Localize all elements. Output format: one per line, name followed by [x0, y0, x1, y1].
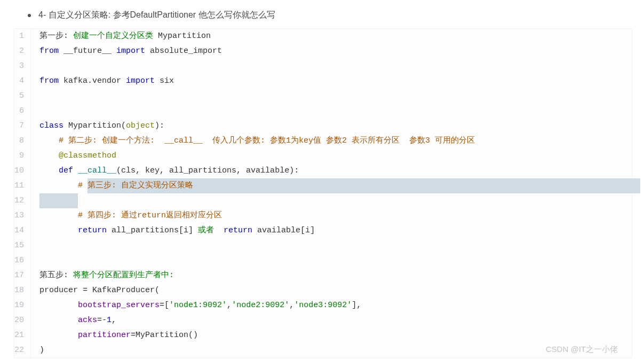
bullet-text: 4- 自定义分区策略: 参考DefaultPartitioner 他怎么写你就怎… [38, 10, 275, 21]
code-content: # 第四步: 通过return返回相对应分区 [31, 208, 632, 223]
code-content: @classmethod [31, 148, 632, 163]
code-line: 15 [14, 238, 632, 253]
code-content: ) [31, 343, 632, 358]
line-number: 8 [14, 134, 31, 148]
code-line: 1第一步: 创建一个自定义分区类 Mypartition [14, 29, 632, 44]
code-line: 4from kafka.vendor import six [14, 74, 632, 89]
line-number: 9 [14, 148, 31, 163]
code-line: 17第五步: 将整个分区配置到生产者中: [14, 268, 632, 283]
code-line: 11 # 第三步: 自定义实现分区策略 [14, 178, 632, 193]
code-content: def __call__(cls, key, all_partitions, a… [31, 163, 632, 178]
code-line: 16 [14, 253, 632, 268]
code-content: from kafka.vendor import six [31, 74, 632, 89]
line-number: 11 [14, 178, 31, 193]
line-number: 2 [14, 44, 31, 59]
code-line: 5 [14, 89, 632, 104]
line-number: 21 [14, 328, 31, 343]
code-content [31, 89, 632, 104]
line-number: 4 [14, 74, 31, 89]
code-line: 9 @classmethod [14, 148, 632, 163]
code-line: 20 acks=-1, [14, 313, 632, 328]
bullet-icon [28, 14, 31, 17]
code-line: 19 bootstrap_servers=['node1:9092','node… [14, 298, 632, 313]
code-block: 1第一步: 创建一个自定义分区类 Mypartition2from __futu… [14, 28, 632, 358]
line-number: 15 [14, 238, 31, 253]
code-line: 8 # 第二步: 创建一个方法: __call__ 传入几个参数: 参数1为ke… [14, 134, 632, 148]
line-number: 14 [14, 223, 31, 238]
code-table: 1第一步: 创建一个自定义分区类 Mypartition2from __futu… [14, 29, 632, 358]
code-content: partitioner=MyPartition() [31, 328, 632, 343]
line-number: 17 [14, 268, 31, 283]
line-number: 18 [14, 283, 31, 298]
code-content: return all_partitions[i] 或者 return avail… [31, 223, 632, 238]
code-line: 3 [14, 59, 632, 74]
line-number: 6 [14, 104, 31, 119]
code-content [31, 104, 632, 119]
code-content: # 第二步: 创建一个方法: __call__ 传入几个参数: 参数1为key值… [31, 134, 632, 148]
code-line: 18producer = KafkaProducer( [14, 283, 632, 298]
line-number: 20 [14, 313, 31, 328]
code-line: 21 partitioner=MyPartition() [14, 328, 632, 343]
line-number: 19 [14, 298, 31, 313]
code-content: # 第三步: 自定义实现分区策略 [31, 178, 640, 193]
code-content: 第一步: 创建一个自定义分区类 Mypartition [31, 29, 632, 44]
code-line: 10 def __call__(cls, key, all_partitions… [14, 163, 632, 178]
code-content: bootstrap_servers=['node1:9092','node2:9… [31, 298, 632, 313]
line-number: 3 [14, 59, 31, 74]
line-number: 12 [14, 193, 31, 208]
code-line: 13 # 第四步: 通过return返回相对应分区 [14, 208, 632, 223]
line-number: 22 [14, 343, 31, 358]
document-page: 4- 自定义分区策略: 参考DefaultPartitioner 他怎么写你就怎… [0, 0, 644, 358]
code-line: 2from __future__ import absolute_import [14, 44, 632, 59]
code-content [31, 253, 632, 268]
code-content: class Mypartition(object): [31, 119, 632, 134]
code-content: acks=-1, [31, 313, 632, 328]
code-content [31, 238, 632, 253]
line-number: 7 [14, 119, 31, 134]
line-number: 13 [14, 208, 31, 223]
code-line: 22) [14, 343, 632, 358]
line-number: 5 [14, 89, 31, 104]
code-content: from __future__ import absolute_import [31, 44, 632, 59]
code-content [31, 59, 632, 74]
line-number: 1 [14, 29, 31, 44]
line-number: 10 [14, 163, 31, 178]
bullet-list-item: 4- 自定义分区策略: 参考DefaultPartitioner 他怎么写你就怎… [12, 10, 632, 21]
code-line: 14 return all_partitions[i] 或者 return av… [14, 223, 632, 238]
code-content [31, 193, 632, 208]
code-content: 第五步: 将整个分区配置到生产者中: [31, 268, 632, 283]
line-number: 16 [14, 253, 31, 268]
code-line: 6 [14, 104, 632, 119]
code-content: producer = KafkaProducer( [31, 283, 632, 298]
code-line: 12 [14, 193, 632, 208]
code-line: 7class Mypartition(object): [14, 119, 632, 134]
